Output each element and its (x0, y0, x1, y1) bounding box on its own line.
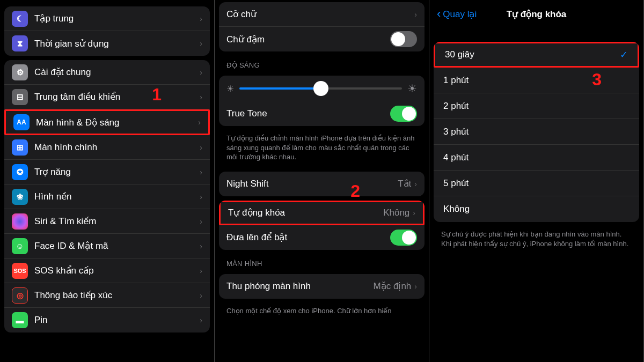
row-label: Tập trung (34, 13, 200, 24)
row-true-tone[interactable]: True Tone (219, 101, 425, 126)
auto-lock-options: 30 giây ✓ 1 phút 2 phút 3 phút 4 phút 5 … (434, 42, 639, 222)
chevron-right-icon: › (200, 93, 202, 101)
row-sos[interactable]: SOS SOS khẩn cấp › (4, 258, 210, 283)
sun-dim-icon: ☀ (226, 84, 234, 94)
row-raise-wake[interactable]: Đưa lên để bật (219, 225, 425, 250)
brightness-header: ĐỘ SÁNG (219, 56, 425, 71)
siri-icon (12, 213, 28, 230)
chevron-right-icon: › (200, 193, 202, 201)
chevron-right-icon: › (414, 282, 417, 291)
row-accessibility[interactable]: ✪ Trợ năng › (4, 160, 210, 184)
option-1m[interactable]: 1 phút (434, 68, 639, 93)
chevron-right-icon: › (200, 217, 202, 226)
hourglass-icon: ⧗ (12, 35, 28, 51)
navbar: ‹ Quay lại Tự động khóa (434, 2, 639, 26)
nav-title: Tự động khóa (507, 9, 567, 20)
row-focus[interactable]: ☾ Tập trung › (4, 6, 210, 31)
option-2m[interactable]: 2 phút (434, 93, 639, 119)
back-button[interactable]: ‹ Quay lại (437, 7, 477, 21)
auto-lock-panel: ‹ Quay lại Tự động khóa 3 30 giây ✓ 1 ph… (429, 0, 644, 362)
step-annotation-3: 3 (592, 70, 602, 90)
row-general[interactable]: ⚙ Cài đặt chung › (4, 60, 210, 85)
true-tone-footnote: Tự động điều chỉnh màn hình iPhone dựa t… (219, 130, 425, 167)
sos-icon: SOS (12, 263, 28, 279)
chevron-right-icon: › (200, 242, 202, 250)
display-settings-panel: Cỡ chữ › Chữ đậm ĐỘ SÁNG ☀ ☀ True Tone T… (215, 0, 429, 362)
chevron-right-icon: › (200, 39, 202, 48)
chevron-left-icon: ‹ (437, 7, 441, 21)
row-exposure[interactable]: ◎ Thông báo tiếp xúc › (4, 283, 210, 308)
chevron-right-icon: › (200, 168, 202, 176)
option-3m[interactable]: 3 phút (434, 119, 639, 145)
bold-text-toggle[interactable] (390, 31, 417, 47)
row-wallpaper[interactable]: ❀ Hình nền › (4, 184, 210, 209)
brightness-slider[interactable] (239, 87, 402, 90)
battery-icon: ▬ (12, 312, 28, 328)
row-text-size[interactable]: Cỡ chữ › (219, 2, 425, 27)
chevron-right-icon: › (200, 14, 202, 23)
row-display-zoom[interactable]: Thu phóng màn hình Mặc định › (219, 274, 425, 299)
chevron-right-icon: › (200, 143, 202, 152)
chevron-right-icon: › (200, 68, 202, 77)
row-auto-lock[interactable]: Tự động khóa Không › (219, 201, 425, 225)
flower-icon: ❀ (12, 189, 28, 205)
option-5m[interactable]: 5 phút (434, 171, 639, 196)
exposure-icon: ◎ (12, 287, 28, 304)
sun-bright-icon: ☀ (407, 82, 417, 95)
brightness-slider-row[interactable]: ☀ ☀ (219, 76, 425, 101)
group-focus: ☾ Tập trung › ⧗ Thời gian sử dụng › (4, 6, 210, 56)
row-bold-text[interactable]: Chữ đậm (219, 27, 425, 51)
option-never[interactable]: Không (434, 196, 639, 222)
row-display-brightness[interactable]: AA Màn hình & Độ sáng › (4, 109, 210, 135)
chevron-right-icon: › (414, 180, 417, 188)
chevron-right-icon: › (413, 209, 415, 217)
group-zoom: Thu phóng màn hình Mặc định › (219, 274, 425, 299)
group-text: Cỡ chữ › Chữ đậm (219, 2, 425, 51)
row-night-shift[interactable]: Night Shift Tắt › (219, 172, 425, 196)
chevron-right-icon: › (198, 118, 201, 127)
option-4m[interactable]: 4 phút (434, 145, 639, 171)
row-faceid[interactable]: ☺ Face ID & Mật mã › (4, 234, 210, 258)
zoom-footnote: Chọn một chế độ xem cho iPhone. Chữ lớn … (219, 303, 425, 321)
switches-icon: ⊟ (12, 89, 28, 105)
row-battery[interactable]: ▬ Pin › (4, 308, 210, 333)
step-annotation-1: 1 (152, 85, 162, 105)
text-size-icon: AA (13, 114, 30, 130)
row-label: Thời gian sử dụng (34, 38, 200, 49)
group-night-shift: Night Shift Tắt › (219, 172, 425, 196)
group-brightness: ☀ ☀ True Tone (219, 76, 425, 126)
row-control-center[interactable]: ⊟ Trung tâm điều khiển › (4, 85, 210, 109)
raise-wake-toggle[interactable] (390, 230, 417, 246)
check-icon: ✓ (620, 49, 628, 61)
chevron-right-icon: › (414, 10, 417, 19)
true-tone-toggle[interactable] (390, 106, 417, 122)
gear-icon: ⚙ (12, 64, 28, 80)
row-siri[interactable]: Siri & Tìm kiếm › (4, 209, 210, 234)
row-home-screen[interactable]: ⊞ Màn hình chính › (4, 135, 210, 160)
group-lock: Tự động khóa Không › Đưa lên để bật (219, 201, 425, 250)
moon-icon: ☾ (12, 11, 28, 27)
row-screentime[interactable]: ⧗ Thời gian sử dụng › (4, 31, 210, 56)
option-30s[interactable]: 30 giây ✓ (434, 42, 639, 68)
display-header: MÀN HÌNH (219, 254, 425, 270)
chevron-right-icon: › (200, 291, 202, 300)
step-annotation-2: 2 (350, 181, 360, 201)
group-general: 1 ⚙ Cài đặt chung › ⊟ Trung tâm điều khi… (4, 60, 210, 333)
grid-icon: ⊞ (12, 139, 28, 156)
accessibility-icon: ✪ (12, 164, 28, 180)
chevron-right-icon: › (200, 267, 202, 275)
faceid-icon: ☺ (12, 238, 28, 254)
auto-lock-footnote: Sự chú ý được phát hiện khi bạn đang nhì… (434, 226, 639, 254)
chevron-right-icon: › (200, 316, 202, 324)
settings-root-panel: ☾ Tập trung › ⧗ Thời gian sử dụng › 1 ⚙ … (0, 0, 215, 362)
